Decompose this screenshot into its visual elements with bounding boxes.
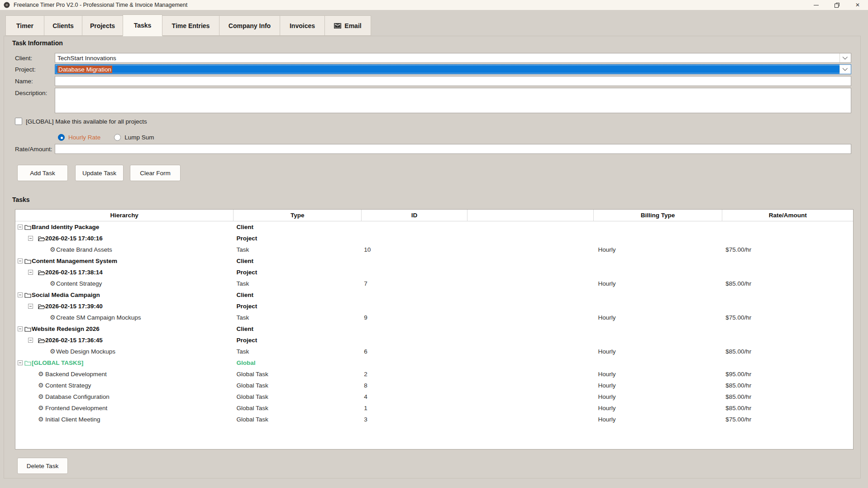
task-id: 9 [362,312,467,323]
task-tree-row[interactable]: ⚙Create SM Campaign MockupsTask9Hourly$7… [15,312,853,323]
minimize-icon[interactable] [806,0,826,10]
billing-type: Hourly [594,278,723,289]
task-id [362,357,467,368]
task-name: Content Strategy [45,380,91,391]
task-name: Create Brand Assets [56,244,112,255]
task-id: 4 [362,391,467,402]
task-tree-row[interactable]: [GLOBAL TASKS]Global [15,357,853,368]
tab-company-info[interactable]: Company Info [219,15,280,36]
blank-cell [467,346,594,357]
column-header-id[interactable]: ID [362,210,467,221]
blank-cell [467,402,594,414]
task-tree-row[interactable]: Website Redesign 2026Client [15,323,853,335]
column-header-blank[interactable] [467,210,594,221]
global-checkbox-label: [GLOBAL] Make this available for all pro… [26,118,147,125]
task-tree-row[interactable]: Content Management SystemClient [15,255,853,267]
expand-collapse-icon[interactable] [28,236,33,241]
task-tree-row[interactable]: ⚙Backend DevelopmentGlobal Task2Hourly$9… [15,368,853,380]
client-combobox[interactable]: TechStart Innovations [55,53,851,63]
column-header-hierarchy[interactable]: Hierarchy [15,210,234,221]
hourly-rate-radio[interactable] [58,134,65,141]
blank-cell [467,301,594,312]
task-name: 2026-02-15 17:40:16 [45,233,103,244]
tab-label: Tasks [134,22,152,29]
task-type: Global Task [234,380,362,391]
rate-amount: $85.00/hr [722,391,853,402]
expand-collapse-icon[interactable] [18,326,23,331]
task-tree-row[interactable]: ⚙Content StrategyGlobal Task8Hourly$85.0… [15,380,853,391]
rate-amount: $85.00/hr [722,278,853,289]
restore-icon[interactable] [826,0,847,10]
client-combobox-value: TechStart Innovations [55,53,839,62]
lump-sum-radio[interactable] [114,134,121,141]
tab-invoices[interactable]: Invoices [280,15,325,36]
task-tree-row[interactable]: ⚙Initial Client MeetingGlobal Task3Hourl… [15,414,853,425]
task-tree-row[interactable]: ⚙Content StrategyTask7Hourly$85.00/hr [15,278,853,289]
task-id [362,221,467,233]
blank-cell [467,267,594,278]
tab-time-entries[interactable]: Time Entries [162,15,219,36]
task-tree-row[interactable]: ⚙Database ConfigurationGlobal Task4Hourl… [15,391,853,402]
rate-amount [722,233,853,244]
chevron-down-icon[interactable] [839,53,851,62]
tab-tasks[interactable]: Tasks [123,14,162,36]
description-label: Description: [15,90,47,96]
task-type: Task [234,278,362,289]
tab-clients[interactable]: Clients [44,15,82,36]
column-header-rate-amount[interactable]: Rate/Amount [722,210,853,221]
expand-collapse-icon[interactable] [18,360,23,365]
tab-timer[interactable]: Timer [5,15,44,36]
task-id: 3 [362,414,467,425]
billing-type [594,255,723,267]
global-checkbox[interactable] [15,118,22,125]
task-name: 2026-02-15 17:36:45 [45,335,103,346]
update-task-button[interactable]: Update Task [75,165,124,181]
tab-email[interactable]: Email [324,15,371,36]
task-type: Project [234,267,362,278]
expand-collapse-icon[interactable] [28,270,33,275]
task-tree-row[interactable]: Social Media CampaignClient [15,289,853,301]
rate-amount [722,357,853,368]
clear-form-button[interactable]: Clear Form [130,165,181,181]
task-tree-row[interactable]: ⚙Web Design MockupsTask6Hourly$85.00/hr [15,346,853,357]
task-id: 2 [362,368,467,380]
project-combobox[interactable]: Database Migration [55,64,851,74]
expand-collapse-icon[interactable] [18,258,23,263]
column-header-type[interactable]: Type [234,210,362,221]
app-icon [4,2,10,8]
expand-collapse-icon[interactable] [18,225,23,230]
rate-amount: $85.00/hr [722,380,853,391]
rate-amount [722,301,853,312]
expand-collapse-icon[interactable] [28,304,33,309]
rate-amount-field[interactable] [55,144,851,154]
window-title: Freelance Timer Pro V2.0 - Professional … [14,2,187,8]
task-type: Global Task [234,391,362,402]
description-field[interactable] [55,88,851,113]
task-tree-row[interactable]: ⚙Frontend DevelopmentGlobal Task1Hourly$… [15,402,853,414]
blank-cell [467,391,594,402]
add-task-button[interactable]: Add Task [17,165,68,181]
billing-type [594,335,723,346]
task-tree-row[interactable]: ⚙Create Brand AssetsTask10Hourly$75.00/h… [15,244,853,255]
task-tree-row[interactable]: Brand Identity PackageClient [15,221,853,233]
name-field[interactable] [55,76,851,86]
close-icon[interactable]: ✕ [847,0,868,10]
task-tree-row[interactable]: 2026-02-15 17:38:14Project [15,267,853,278]
task-name: 2026-02-15 17:39:40 [45,301,103,312]
task-tree-row[interactable]: 2026-02-15 17:40:16Project [15,233,853,244]
billing-type [594,357,723,368]
chevron-down-icon[interactable] [839,65,851,74]
tab-projects[interactable]: Projects [82,15,123,36]
task-tree-row[interactable]: 2026-02-15 17:39:40Project [15,301,853,312]
expand-collapse-icon[interactable] [18,292,23,297]
rate-amount: $75.00/hr [722,312,853,323]
rate-amount [722,289,853,301]
task-type: Global Task [234,402,362,414]
delete-task-button[interactable]: Delete Task [17,458,68,474]
task-tree-row[interactable]: 2026-02-15 17:36:45Project [15,335,853,346]
task-name: Backend Development [45,368,107,380]
expand-collapse-icon[interactable] [28,338,33,343]
folder-open-icon [38,235,45,241]
billing-type: Hourly [594,414,723,425]
column-header-billing-type[interactable]: Billing Type [594,210,723,221]
